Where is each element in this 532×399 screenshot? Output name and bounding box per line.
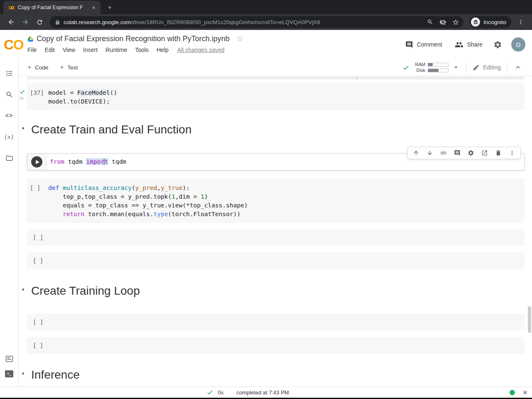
cells-container: 0s[37]model = FaceModel()model.to(DEVICE…: [27, 83, 525, 382]
code-snippets-icon[interactable]: <>: [4, 111, 14, 121]
avatar[interactable]: D: [511, 37, 525, 52]
add-text-button[interactable]: Text: [59, 64, 78, 71]
star-notebook-icon[interactable]: ☆: [236, 34, 243, 44]
reload-icon[interactable]: [33, 16, 46, 28]
browser-tab-strip: Copy of Facial Expression F: [0, 0, 532, 14]
markdown-cell: ▼Inference: [27, 368, 525, 382]
cell-settings-icon[interactable]: [468, 150, 474, 156]
url-path: /drive/18RUn_l5IZR60BBS0_pxcM1x20qkgGmhx…: [131, 19, 421, 25]
code-line: equals = top_class == y_true.view(*top_c…: [48, 201, 525, 210]
delete-cell-icon[interactable]: [495, 150, 502, 156]
execution-count[interactable]: [ ]: [30, 256, 51, 265]
variables-icon[interactable]: {x}: [4, 132, 14, 142]
new-tab-button[interactable]: [104, 2, 116, 13]
code-line: model.to(DEVICE);: [48, 97, 525, 106]
notebook-content: 0s[37]model = FaceModel()model.to(DEVICE…: [19, 76, 532, 387]
section-heading: Create Training Loop: [27, 284, 525, 298]
tab-close-icon[interactable]: [90, 4, 97, 11]
scrollbar-thumb[interactable]: [528, 306, 531, 333]
execution-count[interactable]: [ ]: [30, 341, 51, 350]
code-cell-row: [ ]: [27, 252, 525, 269]
header-actions: Comment Share D: [393, 30, 532, 59]
menu-view[interactable]: View: [63, 47, 75, 53]
save-status-link[interactable]: All changes saved: [177, 47, 224, 53]
code-cell-row: [ ]: [27, 314, 525, 330]
play-icon: [36, 160, 39, 164]
resources-dropdown-icon[interactable]: [452, 64, 460, 71]
menu-insert[interactable]: Insert: [83, 47, 98, 53]
comment-icon: [405, 41, 413, 49]
notebook-title[interactable]: Copy of Facial Expression Recognition wi…: [37, 34, 229, 43]
menu-tools[interactable]: Tools: [135, 47, 149, 53]
zoom-icon[interactable]: [427, 19, 433, 25]
open-in-tab-icon[interactable]: [481, 150, 488, 156]
code-line: return torch.mean(equals.type(torch.Floa…: [48, 210, 525, 219]
copy-link-icon[interactable]: [440, 150, 447, 156]
connection-status-dot: [510, 390, 515, 395]
bookmark-star-icon[interactable]: [452, 19, 459, 26]
editing-mode-button[interactable]: Editing: [473, 64, 501, 71]
browser-toolbar: colab.research.google.com /drive/18RUn_l…: [0, 14, 532, 30]
share-button[interactable]: Share: [455, 40, 483, 49]
resource-meter[interactable]: RAM Disk: [414, 62, 448, 73]
plus-icon: [27, 64, 32, 70]
visibility-off-icon[interactable]: [439, 19, 446, 26]
comment-button[interactable]: Comment: [405, 41, 442, 49]
move-cell-up-icon[interactable]: [413, 150, 419, 156]
collapse-section-icon[interactable]: ▼: [21, 372, 25, 376]
status-bar: 0s completed at 7:43 PM: [0, 387, 532, 398]
empty-code-cell[interactable]: [ ]: [27, 229, 525, 246]
empty-code-cell[interactable]: [ ]: [27, 337, 525, 354]
code-cell[interactable]: [37]model = FaceModel()model.to(DEVICE);: [27, 83, 525, 110]
menu-file[interactable]: File: [27, 47, 37, 53]
address-bar[interactable]: colab.research.google.com /drive/18RUn_l…: [50, 16, 463, 28]
code-cell-row: 0s[37]model = FaceModel()model.to(DEVICE…: [27, 83, 525, 110]
terminal-icon[interactable]: >_: [5, 370, 13, 377]
cell-toolbar: [407, 147, 521, 159]
code-line: top_p,top_class = y_pred.topk(1,dim = 1): [48, 192, 525, 201]
menu-edit[interactable]: Edit: [45, 47, 55, 53]
collapse-section-icon[interactable]: ▼: [21, 288, 25, 292]
menu-runtime[interactable]: Runtime: [106, 47, 127, 53]
section-heading: Create Train and Eval Function: [27, 123, 525, 137]
colab-logo[interactable]: CO: [0, 30, 27, 59]
add-comment-icon[interactable]: [454, 150, 461, 156]
code-editor[interactable]: model = FaceModel()model.to(DEVICE);: [48, 89, 525, 106]
code-cell-row: [ ]: [27, 229, 525, 246]
browser-tab-active[interactable]: Copy of Facial Expression F: [3, 1, 101, 14]
browser-menu-icon[interactable]: [515, 16, 527, 28]
menu-help[interactable]: Help: [157, 47, 169, 53]
search-icon[interactable]: [4, 89, 14, 99]
files-icon[interactable]: [4, 153, 14, 163]
focused-code-cell[interactable]: from tqdm import tqdm: [27, 153, 525, 170]
command-palette-icon[interactable]: [4, 354, 14, 364]
execution-count[interactable]: [ ]: [27, 184, 48, 219]
settings-gear-icon[interactable]: [493, 40, 502, 49]
forward-icon[interactable]: [19, 16, 32, 28]
code-cell[interactable]: [ ]def multiclass_accuracy(y_pred,y_true…: [27, 178, 525, 223]
move-cell-down-icon[interactable]: [426, 150, 433, 156]
back-icon[interactable]: [5, 16, 17, 28]
cell-run-time: 0s: [20, 96, 24, 100]
section-heading: Inference: [27, 368, 525, 382]
lock-icon: [55, 20, 60, 25]
close-status-icon[interactable]: [522, 389, 528, 396]
empty-code-cell[interactable]: [ ]: [27, 252, 525, 269]
markdown-cell: ▼Create Train and Eval Function: [27, 123, 525, 137]
collapse-section-icon[interactable]: ▼: [21, 126, 25, 131]
run-cell-button[interactable]: [31, 156, 42, 167]
empty-code-cell[interactable]: [ ]: [27, 314, 525, 330]
code-editor[interactable]: def multiclass_accuracy(y_pred,y_true): …: [48, 184, 525, 219]
table-of-contents-icon[interactable]: [4, 68, 14, 78]
execution-count[interactable]: [ ]: [30, 233, 51, 242]
execution-count[interactable]: [37]: [27, 89, 48, 106]
collapse-toolbar-icon[interactable]: [514, 63, 522, 71]
execution-count[interactable]: [ ]: [30, 318, 51, 327]
incognito-icon: [471, 17, 480, 27]
ram-bar-fill: [428, 63, 433, 66]
more-actions-icon[interactable]: [509, 150, 515, 156]
add-code-button[interactable]: Code: [27, 64, 48, 71]
status-duration: 0s: [218, 389, 224, 396]
status-check-icon: [207, 389, 213, 396]
left-sidebar: <> {x} >_: [0, 59, 19, 387]
